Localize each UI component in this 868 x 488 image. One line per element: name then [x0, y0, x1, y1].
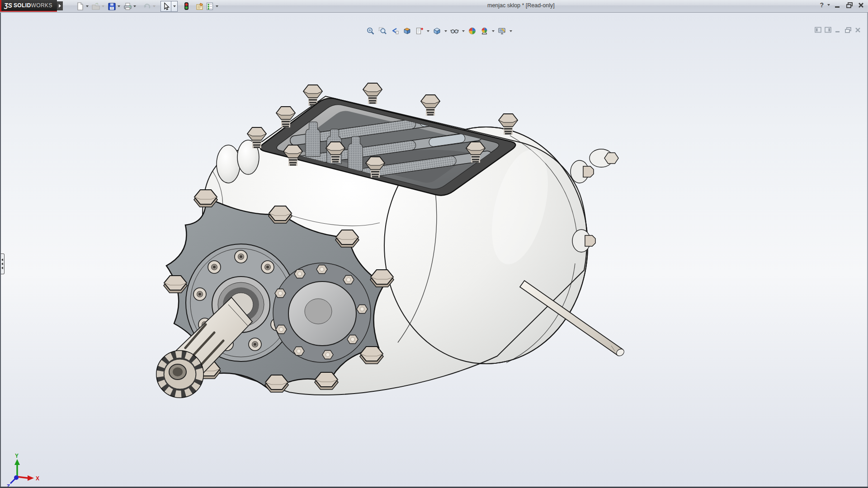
- traffic-light-icon[interactable]: [181, 1, 191, 11]
- new-document-dropdown[interactable]: [86, 5, 89, 7]
- solidworks-logo: ƷS SOLIDWORKS: [0, 0, 57, 12]
- window-frame-left: [0, 12, 1, 488]
- select-cursor-icon: [161, 1, 171, 11]
- close-window-button[interactable]: [857, 1, 865, 9]
- apply-scene-dropdown[interactable]: [492, 30, 495, 32]
- view-orientation-dropdown[interactable]: [444, 30, 447, 32]
- splined-coupling: [156, 351, 203, 398]
- expand-arrow-icon: [59, 4, 61, 8]
- document-window-controls: [815, 27, 862, 33]
- hide-show-items-icon[interactable]: [450, 27, 459, 35]
- zoom-to-area-icon[interactable]: [378, 27, 387, 35]
- collapse-arrow-icon: [1, 267, 3, 269]
- apply-scene-icon[interactable]: [480, 27, 489, 35]
- window-title: menjac sklop * [Read-only]: [487, 2, 555, 9]
- x-axis-label: X: [36, 475, 39, 482]
- title-bar: ƷS SOLIDWORKS: [0, 0, 868, 13]
- minimize-document-icon[interactable]: [835, 27, 842, 33]
- collapse-pane-right-icon[interactable]: [825, 27, 832, 33]
- annotation-views-dropdown[interactable]: [427, 30, 429, 32]
- section-view-icon[interactable]: [403, 27, 411, 35]
- collapse-arrow-icon: [1, 258, 3, 261]
- y-axis-arrow: [14, 459, 20, 465]
- undo-icon[interactable]: [142, 1, 152, 11]
- help-button[interactable]: ?: [820, 1, 824, 9]
- view-settings-dropdown[interactable]: [509, 30, 512, 32]
- window-controls: ?: [820, 1, 865, 9]
- open-document-dropdown[interactable]: [102, 5, 104, 7]
- menu-expand-button[interactable]: [57, 1, 63, 10]
- viewport[interactable]: Y X Z: [0, 12, 868, 488]
- model-canvas[interactable]: Y X Z: [0, 13, 868, 488]
- open-document-icon[interactable]: [91, 1, 101, 11]
- orientation-triad: Y X Z: [6, 453, 39, 488]
- solidworks-logo-mark: ƷS: [4, 2, 12, 9]
- y-axis-label: Y: [15, 453, 19, 459]
- edit-appearance-icon[interactable]: [468, 27, 476, 35]
- minimize-window-button[interactable]: [834, 1, 842, 9]
- comment-note-icon[interactable]: [195, 1, 205, 11]
- previous-view-icon[interactable]: [391, 27, 399, 35]
- view-orientation-icon[interactable]: [433, 27, 441, 35]
- annotation-views-icon[interactable]: [415, 27, 424, 35]
- print-icon[interactable]: [123, 1, 132, 11]
- collapse-pane-left-icon[interactable]: [815, 27, 822, 33]
- save-dropdown[interactable]: [118, 5, 120, 7]
- main-toolbar: [75, 1, 221, 11]
- undo-dropdown[interactable]: [153, 5, 156, 7]
- view-settings-icon[interactable]: [498, 27, 506, 35]
- close-document-icon[interactable]: [854, 27, 862, 33]
- collapse-arrow-icon: [1, 263, 3, 265]
- design-checker-icon[interactable]: [205, 1, 215, 11]
- new-document-icon[interactable]: [75, 1, 85, 11]
- hide-show-items-dropdown[interactable]: [462, 30, 465, 32]
- zoom-to-fit-icon[interactable]: [366, 27, 375, 35]
- restore-window-button[interactable]: [845, 1, 854, 9]
- gearbox-assembly-model[interactable]: [156, 83, 625, 398]
- restore-document-icon[interactable]: [844, 27, 852, 33]
- side-cover-boss: [273, 263, 371, 362]
- design-checker-dropdown[interactable]: [216, 5, 218, 7]
- solidworks-window: Y X Z: [0, 0, 868, 488]
- x-axis-arrow: [28, 475, 34, 481]
- print-dropdown[interactable]: [133, 5, 136, 7]
- help-dropdown[interactable]: [827, 4, 830, 6]
- select-tool-dropdown[interactable]: [171, 1, 177, 11]
- brand-text-solid: SOLID: [14, 2, 31, 9]
- brand-text-works: WORKS: [31, 2, 52, 9]
- heads-up-view-toolbar: [364, 26, 514, 36]
- save-icon[interactable]: [107, 1, 117, 11]
- select-tool-button[interactable]: [160, 1, 178, 12]
